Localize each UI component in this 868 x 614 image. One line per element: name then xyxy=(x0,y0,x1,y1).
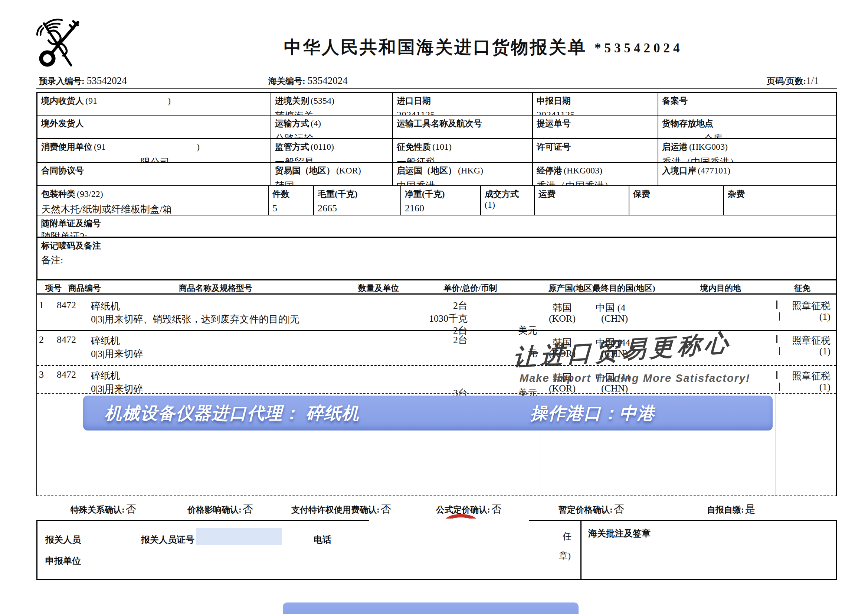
supervision-mode-value: 一般贸易 xyxy=(275,155,389,162)
item2-no: 2 xyxy=(39,334,44,345)
package-count-value: 5 xyxy=(273,203,310,214)
transit-port-label: 经停港 xyxy=(536,166,562,175)
packing-type-code: (93/22) xyxy=(77,189,103,199)
trade-country-label: 贸易国（地区） xyxy=(275,166,335,175)
entry-port-code: (477101) xyxy=(698,166,730,175)
field-contract-number: 合同协议号 xyxy=(37,163,271,185)
item3-dest-code: (CHN) xyxy=(601,383,628,394)
item1-levy: 照章征税 xyxy=(772,299,831,312)
masked-text-fragment xyxy=(777,335,777,343)
item3-levy-code: (1) xyxy=(772,381,831,393)
field-trade-country: 贸易国（地区） (KOR) 韩国 xyxy=(271,163,393,185)
field-packing-type: 包装种类 (93/22) 天然木托/纸制或纤维板制盒/箱 xyxy=(37,186,269,215)
column-divider-line xyxy=(776,393,776,496)
marks-remarks-label: 标记唛码及备注 xyxy=(41,241,101,250)
trade-country-value: 韩国 xyxy=(275,179,389,185)
confirm-royalty-payment: 支付特许权使用费确认:否 xyxy=(291,502,391,516)
misc-fees-label: 杂费 xyxy=(728,190,745,199)
field-license-number: 许可证号 xyxy=(533,139,658,162)
confirm-value: 是 xyxy=(745,502,756,516)
transaction-mode-label: 成交方式 xyxy=(485,190,519,199)
confirm-self-declare-pay: 自报自缴:是 xyxy=(707,502,756,516)
item1-qty1: 2台 xyxy=(405,299,468,312)
field-marks-remarks: 标记唛码及备注 备注: xyxy=(37,238,836,278)
pre-entry-value: 53542024 xyxy=(87,75,127,86)
confirm-label: 价格影响确认: xyxy=(188,504,242,516)
departure-port-code: (HKG003) xyxy=(689,142,728,152)
pre-entry-label: 预录入编号: xyxy=(39,76,85,86)
pre-entry-number: 预录入编号: 53542024 xyxy=(39,75,127,87)
col-final-dest-country: 最终目的国(地区) xyxy=(593,283,656,294)
customs-declaration-document: 中华人民共和国海关进口货物报关单 *53542024 预录入编号: 535420… xyxy=(0,0,868,614)
gross-weight-value: 2665 xyxy=(318,203,397,214)
gross-weight-label: 毛重(千克) xyxy=(318,190,357,199)
field-domestic-consignee: 境内收货人 (91) xyxy=(37,93,271,115)
declare-date-value: 20241125 xyxy=(536,110,654,115)
import-date-label: 进口日期 xyxy=(397,96,431,106)
field-entry-customs: 进境关别 (5354) 莲塘海关 xyxy=(271,93,393,115)
col-levy-exempt: 征免 xyxy=(794,283,811,294)
departure-port-label: 启运港 xyxy=(662,142,688,152)
col-qty-unit: 数量及单位 xyxy=(358,283,399,294)
page-count-value: 1/1 xyxy=(806,75,819,86)
masked-text-fragment xyxy=(779,312,780,320)
field-misc-fees: 杂费 xyxy=(724,186,836,215)
trade-country-code: (KOR) xyxy=(336,166,361,175)
field-departure-port: 启运港 (HKG003) 香港（中国香港） xyxy=(658,139,836,162)
item1-qty2: 1030千克 xyxy=(405,312,468,325)
confirm-value: 否 xyxy=(243,502,253,516)
confirm-provisional-price: 暂定价格确认:否 xyxy=(558,502,624,516)
departure-country-label: 启运国（地区） xyxy=(397,166,456,175)
item2-levy: 照章征税 xyxy=(772,334,831,347)
entry-customs-value: 莲塘海关 xyxy=(275,110,389,115)
consumer-unit-code: (91 xyxy=(94,142,106,152)
field-bill-number: 提运单号 xyxy=(533,115,658,138)
confirm-formula-pricing: 公式定价确认:否 xyxy=(436,502,502,516)
confirm-label: 公式定价确认: xyxy=(436,504,490,516)
page-count: 页码/页数:1/1 xyxy=(767,75,819,87)
consumer-unit-label: 消费使用单位 xyxy=(41,142,92,152)
item1-origin: 韩国 xyxy=(538,301,586,314)
declare-date-label: 申报日期 xyxy=(536,96,571,106)
departure-country-value: 中国香港 xyxy=(397,179,529,185)
confirm-label: 暂定价格确认: xyxy=(558,504,613,516)
item1-origin-code: (KOR) xyxy=(538,313,586,324)
item3-no: 3 xyxy=(39,369,44,380)
item3-name: 碎纸机 xyxy=(91,369,120,382)
domestic-consignee-code: (91 xyxy=(85,96,97,106)
field-transport-mode: 运输方式 (4) 公路运输 xyxy=(271,115,393,138)
item1-no: 1 xyxy=(39,300,44,311)
col-name-spec: 商品名称及规格型号 xyxy=(179,283,252,294)
partial-legal-text: 任 xyxy=(563,530,572,542)
col-item-no: 项号 xyxy=(45,283,62,294)
entry-customs-code: (5354) xyxy=(311,96,334,106)
transit-port-code: (HKG003) xyxy=(564,166,602,175)
transaction-mode-value: CIF xyxy=(485,213,530,215)
phone-label: 电话 xyxy=(313,534,332,546)
document-code: *53542024 xyxy=(595,41,683,56)
goods-table-header: 项号 商品编号 商品名称及规格型号 数量及单位 单价/总价/币制 原产国(地区)… xyxy=(36,280,837,295)
item1-levy-code: (1) xyxy=(772,311,831,322)
item1-spec: 0|3|用来切碎、销毁纸张，达到废弃文件的目的|无 xyxy=(91,313,299,326)
customs-number-value: 53542024 xyxy=(308,75,348,86)
col-price-currency: 单价/总价/币制 xyxy=(443,283,497,294)
consumer-unit-value: 限公司 xyxy=(141,155,267,162)
confirm-value: 否 xyxy=(614,502,624,516)
record-number-label: 备案号 xyxy=(662,96,688,106)
confirm-label: 自报自缴: xyxy=(707,504,744,516)
supervision-mode-label: 监管方式 xyxy=(275,142,309,152)
confirm-value: 否 xyxy=(491,502,502,516)
field-attached-documents: 随附单证及编号 随附单证2: xyxy=(37,215,836,236)
item3-origin-code: (KOR) xyxy=(538,383,586,394)
transport-mode-label: 运输方式 xyxy=(275,119,309,128)
transport-mode-value: 公路运输 xyxy=(275,132,389,138)
field-levy-nature: 征免性质 (101) 一般征税 xyxy=(393,139,533,162)
item3-levy: 照章征税 xyxy=(772,370,831,382)
customs-note-label: 海关批注及签章 xyxy=(588,527,651,539)
storage-place-label: 货物存放地点 xyxy=(662,119,713,128)
package-count-label: 件数 xyxy=(273,190,290,199)
insurance-label: 保费 xyxy=(633,190,650,199)
field-record-number: 备案号 xyxy=(658,93,836,115)
masked-text-fragment xyxy=(777,371,777,379)
declaration-info-table: 境内收货人 (91) 进境关别 (5354) 莲塘海关 进口日期 2024112… xyxy=(36,92,837,280)
